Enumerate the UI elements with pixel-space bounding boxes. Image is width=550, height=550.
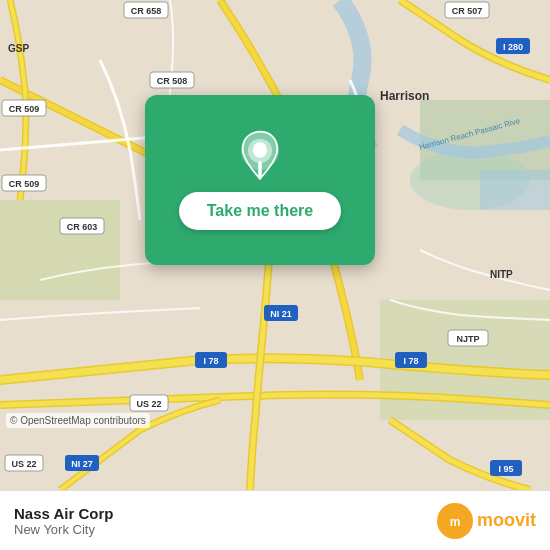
bottom-bar: Nass Air Corp New York City m moovit bbox=[0, 490, 550, 550]
map-attribution: © OpenStreetMap contributors bbox=[6, 413, 150, 428]
svg-text:CR 658: CR 658 bbox=[131, 6, 162, 16]
svg-text:I 280: I 280 bbox=[503, 42, 523, 52]
svg-rect-5 bbox=[480, 170, 550, 210]
location-card: Take me there bbox=[145, 95, 375, 265]
moovit-text: moovit bbox=[477, 510, 536, 531]
svg-text:NI 27: NI 27 bbox=[71, 459, 93, 469]
svg-text:CR 509: CR 509 bbox=[9, 104, 40, 114]
svg-text:CR 603: CR 603 bbox=[67, 222, 98, 232]
svg-text:I 78: I 78 bbox=[203, 356, 218, 366]
svg-text:I 78: I 78 bbox=[403, 356, 418, 366]
svg-text:CR 509: CR 509 bbox=[9, 179, 40, 189]
moovit-logo: m moovit bbox=[437, 503, 536, 539]
svg-text:NJTP: NJTP bbox=[456, 334, 479, 344]
svg-rect-1 bbox=[0, 200, 120, 300]
location-name: Nass Air Corp bbox=[14, 505, 113, 522]
location-info: Nass Air Corp New York City bbox=[14, 505, 113, 537]
svg-point-43 bbox=[253, 142, 267, 156]
svg-text:NITP: NITP bbox=[490, 269, 513, 280]
svg-text:m: m bbox=[450, 515, 461, 529]
svg-text:Harrison: Harrison bbox=[380, 89, 429, 103]
svg-text:I 95: I 95 bbox=[498, 464, 513, 474]
svg-text:NI 21: NI 21 bbox=[270, 309, 292, 319]
svg-text:GSP: GSP bbox=[8, 43, 29, 54]
attribution-text: © OpenStreetMap contributors bbox=[10, 415, 146, 426]
map-pin-icon bbox=[234, 130, 286, 182]
svg-text:CR 507: CR 507 bbox=[452, 6, 483, 16]
svg-text:US 22: US 22 bbox=[11, 459, 36, 469]
location-city: New York City bbox=[14, 522, 113, 537]
svg-text:CR 508: CR 508 bbox=[157, 76, 188, 86]
svg-text:US 22: US 22 bbox=[136, 399, 161, 409]
take-me-there-button[interactable]: Take me there bbox=[179, 192, 341, 230]
moovit-icon: m bbox=[437, 503, 473, 539]
moovit-brand-icon: m bbox=[443, 509, 467, 533]
map-container: CR 658 CR 507 I 280 CR 509 CR 508 Harris… bbox=[0, 0, 550, 490]
